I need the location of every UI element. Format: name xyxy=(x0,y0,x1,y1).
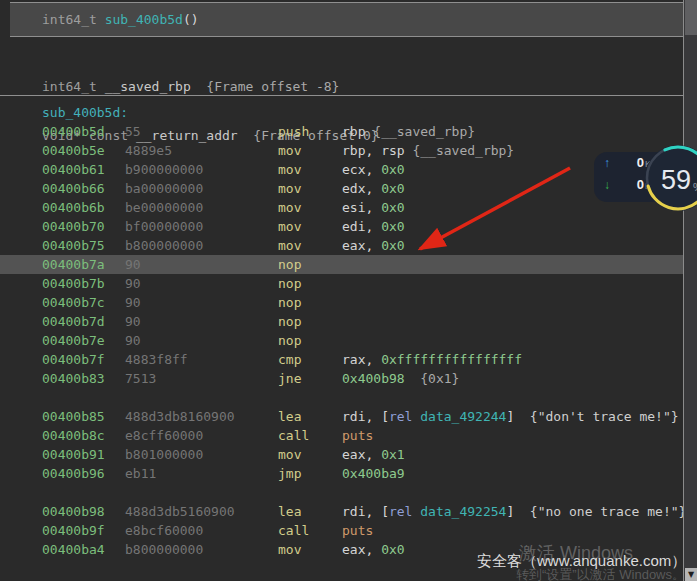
token-reg: eax xyxy=(342,238,365,253)
token-ann: {__saved_rbp} xyxy=(365,124,475,139)
disasm-row[interactable]: 00400b7b90nop xyxy=(0,274,684,293)
disasm-row[interactable]: 00400b6bbe00000000movesi, 0x0 xyxy=(0,198,684,217)
operands-cell: puts xyxy=(342,521,373,540)
operands-cell: rdi, [rel data_492254] {"no one trace me… xyxy=(342,502,684,521)
mnemonic-cell: jne xyxy=(278,369,301,388)
download-speed-value: 0 xyxy=(637,177,644,192)
token-plain: , [ xyxy=(365,504,388,519)
disasm-blank-row xyxy=(0,388,684,407)
disasm-row[interactable]: 00400b91b801000000moveax, 0x1 xyxy=(0,445,684,464)
disasm-label-row[interactable]: sub_400b5d: xyxy=(0,103,684,122)
frame-vars-section[interactable]: int64_t __saved_rbp {Frame offset -8} vo… xyxy=(0,39,684,96)
disasm-row[interactable]: 00400b61b900000000movecx, 0x0 xyxy=(0,160,684,179)
disasm-row[interactable]: 00400b70bf00000000movedi, 0x0 xyxy=(0,217,684,236)
address-cell: 00400b98 xyxy=(42,502,105,521)
token-reg: rbp xyxy=(342,124,365,139)
operands-cell: puts xyxy=(342,426,373,445)
operands-cell: eax, 0x0 xyxy=(342,236,405,255)
disasm-row[interactable]: 00400b5d55pushrbp {__saved_rbp} xyxy=(0,122,684,141)
disasm-row[interactable]: 00400b7f4883f8ffcmprax, 0xffffffffffffff… xyxy=(0,350,684,369)
mnemonic-cell: mov xyxy=(278,179,301,198)
mnemonic-cell: cmp xyxy=(278,350,301,369)
address-cell: 00400b5e xyxy=(42,141,105,160)
disasm-row[interactable]: 00400b85488d3db8160900leardi, [rel data_… xyxy=(0,407,684,426)
mnemonic-cell: call xyxy=(278,426,309,445)
mnemonic-cell: call xyxy=(278,521,309,540)
mnemonic-cell: mov xyxy=(278,217,301,236)
token-reg: eax xyxy=(342,447,365,462)
token-plain: , xyxy=(365,143,381,158)
address-cell: 00400b6b xyxy=(42,198,105,217)
disasm-row[interactable]: 00400b7a90nop xyxy=(0,255,684,274)
operands-cell: esi, 0x0 xyxy=(342,198,405,217)
mnemonic-cell: mov xyxy=(278,141,301,160)
mnemonic-cell: mov xyxy=(278,540,301,559)
disasm-row[interactable]: 00400b98488d3db5160900leardi, [rel data_… xyxy=(0,502,684,521)
bytes-cell: b800000000 xyxy=(125,540,203,559)
token-reg: rdi xyxy=(342,504,365,519)
scrollbar-thumb[interactable] xyxy=(685,0,697,35)
disasm-row[interactable]: 00400b5e4889e5movrbp, rsp {__saved_rbp} xyxy=(0,141,684,160)
operands-cell: eax, 0x1 xyxy=(342,445,405,464)
address-cell: 00400b61 xyxy=(42,160,105,179)
token-ann: {0x1} xyxy=(405,371,460,386)
operands-cell: edi, 0x0 xyxy=(342,217,405,236)
operands-cell: 0x400b98 {0x1} xyxy=(342,369,459,388)
address-cell: 00400b7d xyxy=(42,312,105,331)
upload-speed-value: 0 xyxy=(637,155,644,170)
address-cell: 00400b7f xyxy=(42,350,105,369)
bytes-cell: be00000000 xyxy=(125,198,203,217)
token-num: 0x0 xyxy=(381,181,404,196)
disasm-row[interactable]: 00400b837513jne0x400b98 {0x1} xyxy=(0,369,684,388)
bytes-cell: 90 xyxy=(125,293,141,312)
operands-cell: rbp, rsp {__saved_rbp} xyxy=(342,141,514,160)
usage-gauge[interactable]: 59 % xyxy=(644,144,697,214)
disasm-row[interactable]: 00400b9fe8bcf60000callputs xyxy=(0,521,684,540)
token-ann: {Frame offset -8} xyxy=(191,79,340,94)
disasm-row[interactable]: 00400b7c90nop xyxy=(0,293,684,312)
token-num: 0x0 xyxy=(381,542,404,557)
token-num: 0xffffffffffffffff xyxy=(381,352,522,367)
disasm-row[interactable]: 00400b66ba00000000movedx, 0x0 xyxy=(0,179,684,198)
operands-cell: eax, 0x0 xyxy=(342,540,405,559)
frame-var-saved-rbp: int64_t __saved_rbp {Frame offset -8} xyxy=(42,77,684,96)
scrollbar-down-button[interactable]: ▼ xyxy=(685,568,697,581)
bytes-cell: 90 xyxy=(125,274,141,293)
disasm-row[interactable]: 00400b7d90nop xyxy=(0,312,684,331)
bytes-cell: ba00000000 xyxy=(125,179,203,198)
disasm-row[interactable]: 00400b96eb11jmp0x400ba9 xyxy=(0,464,684,483)
disasm-blank-row xyxy=(0,483,684,502)
address-cell: 00400b7e xyxy=(42,331,105,350)
mnemonic-cell: nop xyxy=(278,331,301,350)
address-cell: 00400ba4 xyxy=(42,540,105,559)
bytes-cell: 90 xyxy=(125,255,141,274)
mnemonic-cell: jmp xyxy=(278,464,301,483)
disasm-row[interactable]: 00400b8ce8cff60000callputs xyxy=(0,426,684,445)
bytes-cell: b900000000 xyxy=(125,160,203,179)
token-str: {"no one trace me!"} xyxy=(514,504,684,519)
token-num: 0x0 xyxy=(381,200,404,215)
token-reg: eax xyxy=(342,542,365,557)
operands-cell: edx, 0x0 xyxy=(342,179,405,198)
upload-arrow-icon: ↑ xyxy=(604,156,620,170)
token-imp: puts xyxy=(342,428,373,443)
token-reg: rdi xyxy=(342,409,365,424)
function-header[interactable]: int64_t sub_400b5d() xyxy=(10,2,683,37)
mnemonic-cell: mov xyxy=(278,198,301,217)
operands-cell: 0x400ba9 xyxy=(342,464,405,483)
address-cell: 00400b96 xyxy=(42,464,105,483)
disasm-row[interactable]: 00400b75b800000000moveax, 0x0 xyxy=(0,236,684,255)
token-plain: () xyxy=(183,12,199,27)
operands-cell: rbp {__saved_rbp} xyxy=(342,122,475,141)
operands-cell: ecx, 0x0 xyxy=(342,160,405,179)
token-plain: , xyxy=(365,200,381,215)
mnemonic-cell: mov xyxy=(278,445,301,464)
bytes-cell: bf00000000 xyxy=(125,217,203,236)
mnemonic-cell: mov xyxy=(278,160,301,179)
bytes-cell: 4883f8ff xyxy=(125,350,188,369)
bytes-cell: e8cff60000 xyxy=(125,426,203,445)
token-num: 0x0 xyxy=(381,162,404,177)
vertical-scrollbar[interactable]: ▼ xyxy=(683,0,697,581)
disasm-row[interactable]: 00400b7e90nop xyxy=(0,331,684,350)
token-ann: {__saved_rbp} xyxy=(405,143,515,158)
